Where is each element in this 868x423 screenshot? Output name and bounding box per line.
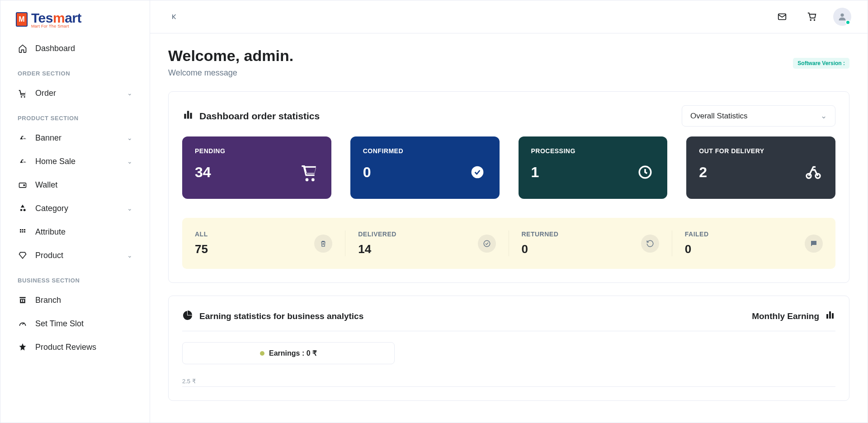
store-icon	[18, 295, 28, 305]
chart-legend[interactable]: Earnings : 0 ₹	[182, 342, 395, 364]
chevron-down-icon: ⌄	[127, 205, 132, 212]
stat-value: 1	[531, 164, 539, 181]
check-circle-icon	[468, 163, 487, 182]
brand-text-1: Tes	[31, 10, 53, 25]
collapse-sidebar-button[interactable]	[166, 9, 183, 25]
bar-chart-icon	[182, 109, 194, 123]
stat-returned[interactable]: RETURNED0	[509, 230, 672, 256]
svg-point-13	[471, 166, 483, 179]
svg-rect-6	[22, 231, 24, 233]
statistics-select[interactable]: Overall Statistics ⌄	[682, 105, 835, 127]
sidebar-item-label: Attribute	[35, 227, 132, 237]
svg-point-9	[840, 14, 844, 17]
user-avatar[interactable]	[833, 8, 851, 26]
cart-icon	[300, 163, 319, 182]
history-icon	[641, 235, 659, 253]
svg-rect-3	[22, 229, 24, 230]
terrain-icon	[18, 133, 28, 143]
speed-icon	[18, 319, 28, 329]
cart-icon[interactable]	[803, 8, 821, 25]
wallet-icon	[18, 180, 28, 190]
stat-label: ALL	[195, 230, 208, 238]
brand-text-2: m	[53, 10, 65, 25]
sidebar-item-branch[interactable]: Branch	[0, 288, 150, 312]
svg-rect-4	[24, 229, 25, 230]
stat-label: FAILED	[685, 230, 709, 238]
stat-card-pending[interactable]: PENDING 34	[182, 136, 331, 199]
chevron-down-icon: ⌄	[127, 158, 132, 165]
stat-value: 75	[195, 242, 208, 256]
sidebar-item-label: Category	[35, 204, 119, 213]
pie-chart-icon	[182, 310, 193, 323]
svg-rect-5	[20, 231, 21, 233]
sidebar-item-label: Product Reviews	[35, 343, 132, 352]
stat-label: PENDING	[195, 147, 319, 155]
terrain-icon	[18, 156, 28, 166]
chevron-down-icon: ⌄	[127, 89, 132, 97]
sidebar-item-label: Banner	[35, 133, 119, 143]
stat-label: DELIVERED	[358, 230, 396, 238]
earning-panel: Earning statistics for business analytic…	[168, 296, 849, 401]
stat-card-out-for-delivery[interactable]: OUT FOR DELIVERY 2	[686, 136, 835, 199]
page-title: Welcome, admin.	[168, 47, 293, 65]
mail-icon[interactable]	[774, 8, 791, 25]
stat-value: 14	[358, 242, 396, 256]
sidebar-item-label: Set Time Slot	[35, 319, 132, 329]
stat-value: 2	[699, 164, 707, 181]
check-icon	[478, 235, 496, 253]
svg-rect-19	[829, 311, 831, 319]
stat-label: PROCESSING	[531, 147, 655, 155]
svg-rect-7	[24, 231, 25, 233]
sidebar-item-label: Branch	[35, 296, 132, 305]
sidebar-item-dashboard[interactable]: Dashboard	[0, 37, 150, 60]
stat-card-processing[interactable]: PROCESSING 1	[519, 136, 668, 199]
earning-right-label: Monthly Earning	[752, 311, 819, 321]
select-value: Overall Statistics	[690, 112, 748, 121]
sidebar-item-label: Product	[35, 251, 119, 260]
star-icon	[18, 342, 28, 352]
message-icon	[805, 235, 823, 253]
section-header-business: BUSINESS SECTION	[0, 267, 150, 288]
main-content: Welcome, admin. Welcome message Software…	[150, 0, 868, 423]
svg-rect-11	[187, 111, 189, 118]
section-header-product: PRODUCT SECTION	[0, 105, 150, 126]
order-statistics-panel: Dashboard order statistics Overall Stati…	[168, 91, 849, 283]
panel-title-text: Dashboard order statistics	[199, 111, 320, 122]
sidebar-item-home-sale[interactable]: Home Sale ⌄	[0, 150, 150, 173]
bike-icon	[804, 163, 823, 182]
diamond-icon	[18, 250, 28, 260]
sidebar-item-attribute[interactable]: Attribute	[0, 220, 150, 244]
cart-icon	[18, 88, 28, 98]
sidebar-item-reviews[interactable]: Product Reviews	[0, 335, 150, 359]
stat-delivered[interactable]: DELIVERED14	[345, 230, 509, 256]
chart-area: 2.5 ₹	[182, 378, 835, 387]
chevron-down-icon: ⌄	[821, 111, 827, 121]
page-subtitle: Welcome message	[168, 68, 293, 78]
stat-all[interactable]: ALL75	[182, 230, 345, 256]
chevron-down-icon: ⌄	[127, 134, 132, 141]
stat-failed[interactable]: FAILED0	[672, 230, 835, 256]
sidebar-item-label: Home Sale	[35, 157, 119, 166]
status-dot-icon	[845, 20, 850, 25]
clock-icon	[636, 163, 655, 182]
svg-rect-2	[20, 229, 21, 230]
chevron-down-icon: ⌄	[127, 252, 132, 259]
brand-text-3: art	[65, 10, 81, 25]
sidebar-item-label: Wallet	[35, 180, 132, 190]
sidebar-item-wallet[interactable]: Wallet	[0, 173, 150, 197]
svg-rect-20	[832, 313, 834, 319]
earning-title-text: Earning statistics for business analytic…	[199, 311, 363, 321]
sidebar-item-category[interactable]: Category ⌄	[0, 197, 150, 220]
stat-card-confirmed[interactable]: CONFIRMED 0	[350, 136, 500, 199]
logo-icon: M	[16, 12, 28, 27]
svg-rect-10	[184, 114, 186, 119]
sidebar-item-time-slot[interactable]: Set Time Slot	[0, 312, 150, 335]
brand-logo[interactable]: M Tesmart Mart For The Smart	[0, 0, 150, 37]
sidebar-item-product[interactable]: Product ⌄	[0, 244, 150, 267]
sidebar-item-order[interactable]: Order ⌄	[0, 81, 150, 105]
topbar	[150, 0, 868, 33]
stat-label: RETURNED	[522, 230, 559, 238]
sidebar-item-label: Dashboard	[35, 44, 132, 53]
stat-value: 34	[195, 164, 211, 181]
sidebar-item-banner[interactable]: Banner ⌄	[0, 126, 150, 150]
